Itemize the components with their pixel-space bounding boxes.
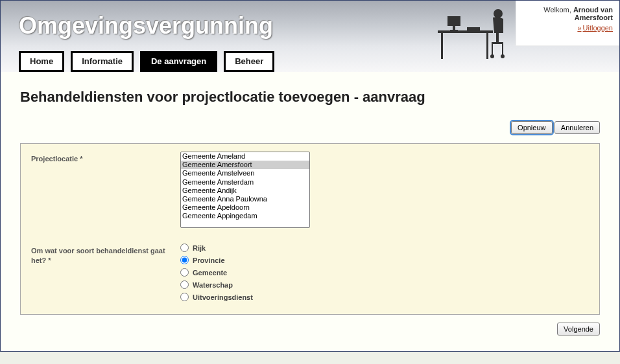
radio-provincie[interactable] — [180, 256, 189, 264]
radio-uitvoeringsdienst[interactable] — [180, 293, 189, 301]
svg-point-12 — [490, 54, 494, 58]
radio-uitvoeringsdienst-label[interactable]: Uitvoeringsdienst — [180, 293, 253, 301]
volgende-button[interactable]: Volgende — [557, 323, 600, 336]
content: Behandeldiensten voor projectlocatie toe… — [1, 72, 619, 351]
svg-rect-2 — [486, 33, 488, 59]
bottom-actions: Volgende — [20, 323, 600, 336]
row-soort: Om wat voor soort behandeldienst gaat he… — [31, 244, 589, 305]
svg-rect-1 — [441, 33, 443, 59]
svg-point-7 — [494, 9, 503, 18]
welcome-prefix: Welkom, — [543, 6, 573, 14]
radio-waterschap[interactable] — [180, 280, 189, 289]
desk-illustration-icon — [435, 5, 512, 62]
projectlocatie-listbox[interactable]: Gemeente AmelandGemeente AmersfoortGemee… — [180, 152, 310, 228]
radio-gemeente-text: Gemeente — [193, 269, 227, 277]
svg-rect-5 — [450, 30, 458, 31]
nav-home[interactable]: Home — [19, 51, 64, 72]
logout-link[interactable]: »Uitloggen — [520, 24, 613, 32]
main-nav: Home Informatie De aanvragen Beheer — [19, 51, 274, 72]
app-title: Omgevingsvergunning — [19, 12, 273, 40]
radio-waterschap-label[interactable]: Waterschap — [180, 280, 253, 289]
raquo-icon: » — [577, 24, 581, 32]
welcome-box: Welkom, Arnoud van Amersfoort »Uitloggen — [516, 1, 619, 46]
svg-point-13 — [501, 54, 505, 58]
radio-rijk-text: Rijk — [193, 244, 206, 252]
welcome-user: Arnoud van Amersfoort — [573, 6, 613, 21]
radio-provincie-label[interactable]: Provincie — [180, 256, 253, 264]
svg-rect-11 — [502, 44, 503, 56]
radio-rijk[interactable] — [180, 244, 189, 252]
nav-beheer[interactable]: Beheer — [224, 51, 274, 72]
radio-gemeente[interactable] — [180, 268, 189, 277]
page-title: Behandeldiensten voor projectlocatie toe… — [20, 89, 600, 106]
opnieuw-button[interactable]: Opnieuw — [511, 121, 552, 134]
banner: Omgevingsvergunning Welkom, Arnoud van A… — [1, 1, 619, 72]
svg-rect-3 — [447, 16, 460, 26]
svg-rect-0 — [438, 30, 493, 33]
svg-rect-4 — [453, 26, 455, 30]
soort-label: Om wat voor soort behandeldienst gaat he… — [31, 244, 180, 266]
row-projectlocatie: Projectlocatie * Gemeente AmelandGemeent… — [31, 152, 589, 228]
soort-radio-group: Rijk Provincie Gemeente Waterschap — [180, 244, 253, 305]
radio-provincie-text: Provincie — [193, 256, 225, 264]
radio-gemeente-label[interactable]: Gemeente — [180, 268, 253, 277]
top-actions: Opnieuw Annuleren — [20, 121, 600, 134]
svg-rect-8 — [496, 33, 499, 42]
svg-rect-6 — [467, 27, 480, 30]
radio-uitvoeringsdienst-text: Uitvoeringsdienst — [193, 293, 253, 301]
radio-waterschap-text: Waterschap — [193, 281, 233, 289]
svg-rect-10 — [492, 44, 493, 56]
logout-text: Uitloggen — [583, 24, 613, 32]
projectlocatie-label: Projectlocatie * — [31, 152, 180, 164]
svg-rect-9 — [492, 42, 503, 44]
radio-rijk-label[interactable]: Rijk — [180, 244, 253, 252]
nav-aanvragen[interactable]: De aanvragen — [140, 51, 217, 72]
form-panel: Projectlocatie * Gemeente AmelandGemeent… — [20, 143, 600, 315]
nav-informatie[interactable]: Informatie — [71, 51, 134, 72]
annuleren-button[interactable]: Annuleren — [554, 121, 600, 134]
